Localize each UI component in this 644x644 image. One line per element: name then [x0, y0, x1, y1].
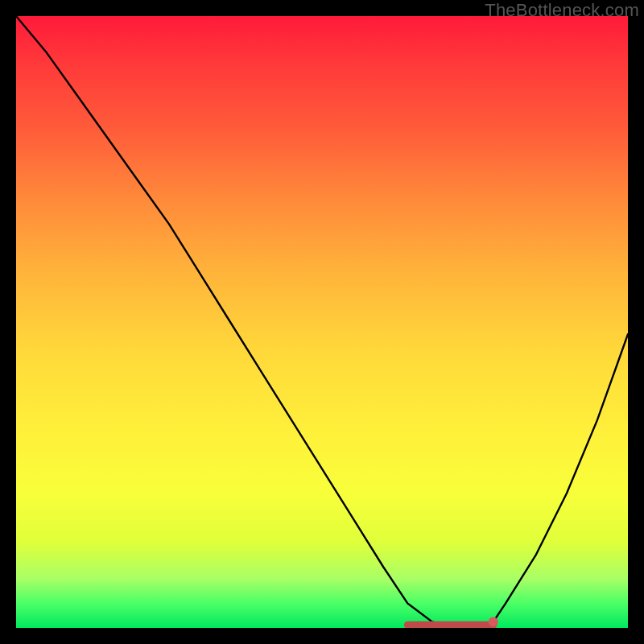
gradient-background	[16, 16, 628, 628]
chart-frame	[16, 16, 628, 628]
watermark-text: TheBottleneck.com	[485, 0, 639, 21]
